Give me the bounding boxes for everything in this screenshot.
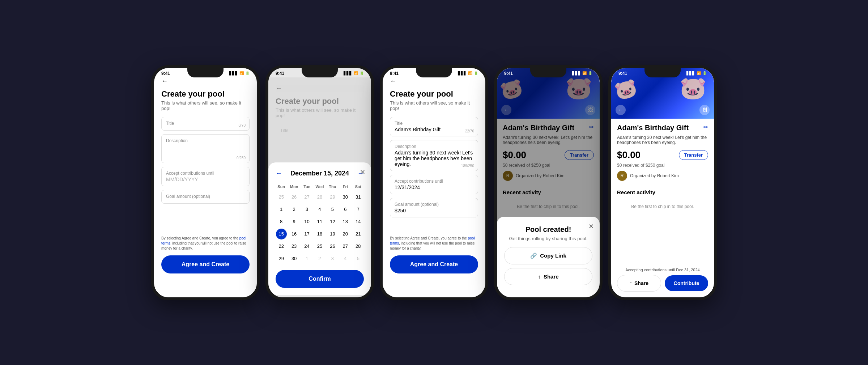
cal-day-27-prev[interactable]: 27 — [302, 192, 312, 203]
cal-day-29[interactable]: 29 — [276, 253, 287, 264]
cal-day-26[interactable]: 26 — [327, 241, 338, 252]
goal-label-1: Goal amount (optional) — [166, 194, 245, 199]
time-4: 9:41 — [504, 71, 513, 76]
calendar-grid: Sun Mon Tue Wed Thu Fri Sat 25 26 27 28 … — [276, 183, 364, 264]
pool-image-btn-5[interactable]: 🖼 — [699, 105, 710, 115]
cal-day-1[interactable]: 1 — [276, 204, 287, 215]
cal-day-13[interactable]: 13 — [340, 216, 351, 227]
cal-day-22[interactable]: 22 — [276, 241, 287, 252]
cal-day-11[interactable]: 11 — [314, 216, 325, 227]
date-value-3: 12/31/2024 — [395, 184, 473, 190]
pool-title-row-5: Adam's Birthday Gift ✏ — [617, 124, 708, 132]
share-btn-4[interactable]: ↑ Share — [504, 268, 592, 285]
status-icons-1: ▋▋▋ 📶 🔋 — [229, 71, 250, 75]
cal-day-25[interactable]: 25 — [314, 241, 325, 252]
battery-icon-5: 🔋 — [702, 71, 707, 75]
signal-icon-3: ▋▋▋ — [458, 71, 467, 75]
transfer-btn-5[interactable]: Transfer — [679, 150, 708, 160]
goal-value-3: $250 — [395, 208, 473, 213]
cal-header-sun: Sun — [276, 183, 287, 190]
date-field-1[interactable]: Accept contributions until MM/DD/YYYY — [161, 167, 250, 186]
piggy-icon-5-1: 🐷 — [613, 76, 640, 102]
cal-day-8[interactable]: 8 — [276, 216, 287, 227]
cal-day-5-next[interactable]: 5 — [353, 253, 363, 264]
phone-screen-2: 9:41 ▋▋▋ 📶 🔋 ← Create your pool This is … — [268, 68, 371, 297]
cal-day-6[interactable]: 6 — [340, 204, 351, 215]
cal-day-5[interactable]: 5 — [327, 204, 338, 215]
accepting-text-5: Accepting contributions until Dec 31, 20… — [617, 268, 708, 272]
pool-back-btn-5[interactable]: ← — [616, 105, 626, 115]
back-arrow-1[interactable]: ← — [161, 77, 250, 85]
phone-2: 9:41 ▋▋▋ 📶 🔋 ← Create your pool This is … — [265, 65, 374, 300]
cal-day-9[interactable]: 9 — [289, 216, 299, 227]
cal-day-23[interactable]: 23 — [289, 241, 299, 252]
bottom-action-bar-5: ↑ Share Contribute — [617, 275, 708, 292]
battery-icon: 🔋 — [245, 71, 250, 75]
goal-field-1[interactable]: Goal amount (optional) — [161, 190, 250, 204]
date-field-3[interactable]: Accept contributions until 12/31/2024 — [390, 175, 478, 194]
calendar-card: ✕ ← December 15, 2024 → Sun Mon Tue Wed … — [268, 162, 371, 295]
title-charcount-1: 0/70 — [239, 123, 246, 127]
cal-day-14[interactable]: 14 — [353, 216, 363, 227]
cal-day-20[interactable]: 20 — [340, 229, 351, 239]
cal-day-2[interactable]: 2 — [289, 204, 299, 215]
cal-day-3[interactable]: 3 — [302, 204, 312, 215]
cal-header-thu: Thu — [327, 183, 338, 190]
cal-day-7[interactable]: 7 — [353, 204, 363, 215]
cal-day-17[interactable]: 17 — [302, 229, 312, 239]
title-charcount-3: 22/70 — [465, 129, 474, 133]
agree-create-btn-1[interactable]: Agree and Create — [161, 255, 250, 273]
cal-day-24[interactable]: 24 — [302, 241, 312, 252]
link-icon-4: 🔗 — [530, 252, 537, 259]
cal-day-2-next[interactable]: 2 — [314, 253, 325, 264]
cal-day-1-next[interactable]: 1 — [302, 253, 312, 264]
desc-label-1: Description — [166, 138, 245, 143]
cal-day-4[interactable]: 4 — [314, 204, 325, 215]
cal-day-28-prev[interactable]: 28 — [314, 192, 325, 203]
copy-link-btn-4[interactable]: 🔗 Copy Link — [504, 247, 592, 264]
cal-day-25-prev[interactable]: 25 — [276, 192, 287, 203]
title-field-3[interactable]: Title Adam's Birthday Gift 22/70 — [390, 117, 478, 136]
cal-day-29-prev[interactable]: 29 — [327, 192, 338, 203]
cal-day-16[interactable]: 16 — [289, 229, 299, 239]
cal-day-27[interactable]: 27 — [340, 241, 351, 252]
cal-header-sat: Sat — [353, 183, 364, 190]
cal-day-12[interactable]: 12 — [327, 216, 338, 227]
cal-day-30b[interactable]: 30 — [289, 253, 299, 264]
desc-field-3[interactable]: Description Adam's turning 30 next week!… — [390, 140, 478, 171]
calendar-close-btn[interactable]: ✕ — [360, 168, 365, 176]
cal-day-10[interactable]: 10 — [302, 216, 312, 227]
goal-field-3[interactable]: Goal amount (optional) $250 — [390, 198, 478, 217]
title-field-1[interactable]: Title 0/70 — [161, 117, 250, 131]
status-icons-2: ▋▋▋ 📶 🔋 — [344, 71, 364, 75]
cal-prev-btn[interactable]: ← — [276, 170, 282, 177]
share-btn-5[interactable]: ↑ Share — [617, 275, 661, 292]
edit-icon-5[interactable]: ✏ — [703, 124, 708, 131]
cal-day-21[interactable]: 21 — [353, 229, 363, 239]
cal-day-3-next[interactable]: 3 — [327, 253, 338, 264]
share-icon-4: ↑ — [538, 273, 541, 280]
cal-day-19[interactable]: 19 — [327, 229, 338, 239]
cal-day-18[interactable]: 18 — [314, 229, 325, 239]
cal-day-26-prev[interactable]: 26 — [289, 192, 299, 203]
cal-day-30[interactable]: 30 — [340, 192, 351, 203]
time-1: 9:41 — [161, 71, 170, 76]
modal-card-4: ✕ Pool created! Get things rolling by sh… — [497, 217, 600, 297]
agree-create-btn-3[interactable]: Agree and Create — [390, 255, 478, 273]
battery-icon-3: 🔋 — [474, 71, 478, 75]
confirm-btn[interactable]: Confirm — [276, 270, 364, 288]
cal-day-28[interactable]: 28 — [353, 241, 363, 252]
recent-activity-5: Recent activity — [617, 189, 708, 195]
modal-close-btn-4[interactable]: ✕ — [588, 222, 594, 230]
activity-empty-5: Be the first to chip in to this pool. — [617, 198, 708, 215]
cal-day-15-selected[interactable]: 15 — [276, 229, 287, 239]
back-arrow-3[interactable]: ← — [390, 77, 478, 85]
cal-day-31[interactable]: 31 — [353, 192, 363, 203]
contribute-btn-5[interactable]: Contribute — [665, 275, 708, 291]
date-label-3: Accept contributions until — [395, 179, 473, 184]
title-label-3: Title — [395, 121, 473, 126]
cal-day-4-next[interactable]: 4 — [340, 253, 351, 264]
calendar-month: December 15, 2024 — [290, 170, 349, 177]
desc-field-1[interactable]: Description 0/250 — [161, 134, 250, 163]
share-icon-5: ↑ — [630, 280, 632, 286]
